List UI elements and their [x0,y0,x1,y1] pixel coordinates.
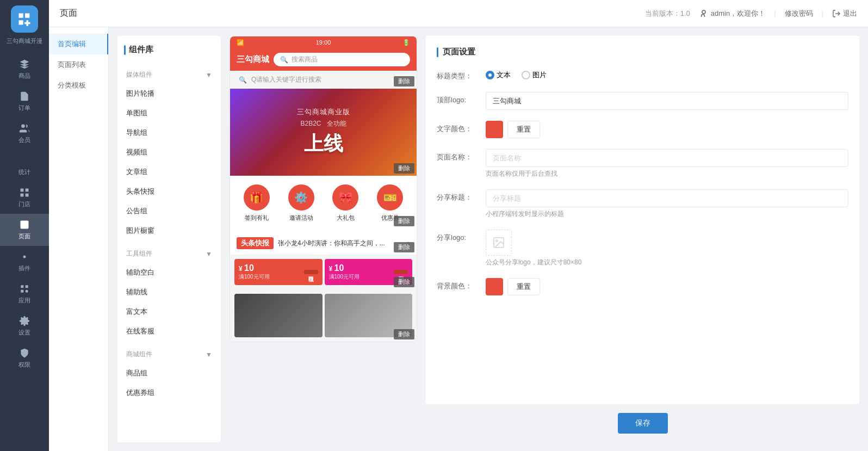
product-section: 删除 [230,289,417,342]
phone-search-bar[interactable]: 🔍 搜索商品 [274,53,410,66]
product-img-0 [234,294,323,337]
coupon-delete-button[interactable]: 删除 [394,277,414,287]
tool-group-header[interactable]: 工具组件 ▼ [117,245,221,263]
icon-label-1: 邀请活动 [289,214,313,222]
component-spacer[interactable]: 辅助空白 [117,263,221,282]
phone-wrapper: 📶 19:00 🔋 三勾商城 🔍 搜索商品 [230,36,417,342]
radio-text-option[interactable]: 文本 [486,70,511,80]
sidebar-item-settings-label: 设置 [18,329,30,337]
coupon-0-btn[interactable]: 立即领取 [304,270,318,274]
file-icon [19,91,30,102]
logout-label: 退出 [843,9,857,18]
media-group-header[interactable]: 媒体组件 ▼ [117,66,221,84]
logout-button[interactable]: 退出 [832,9,857,18]
icon-label-0: 签到有礼 [245,214,269,222]
grid-icon [19,187,30,198]
topbar: 页面 当前版本：1.0 admin，欢迎你！ | 修改密码 | 退出 [49,0,868,27]
coupon-1-desc: 满100元可用 [329,273,360,281]
component-rich-text[interactable]: 富文本 [117,302,221,322]
svg-point-19 [496,240,498,242]
main-area: 页面 当前版本：1.0 admin，欢迎你！ | 修改密码 | 退出 首页编辑 … [49,0,868,451]
share-title-hint: 小程序端转发时显示的标题 [486,209,848,219]
share-title-input[interactable] [486,189,848,207]
sub-sidebar-item-home-edit[interactable]: 首页编辑 [49,34,108,54]
news-delete-button[interactable]: 删除 [394,242,414,252]
sidebar-item-orders[interactable]: 订单 [0,85,49,118]
component-customer-service[interactable]: 在线客服 [117,322,221,341]
sidebar-item-plugins[interactable]: 插件 [0,246,49,278]
icon-circle-3: 🎫 [377,184,403,211]
component-divider[interactable]: 辅助线 [117,282,221,302]
sidebar-item-settings[interactable]: 设置 [0,310,49,342]
sidebar-item-members[interactable]: 会员 [0,118,49,150]
sub-sidebar-item-category-template[interactable]: 分类模板 [49,75,108,96]
page-name-hint: 页面名称仅用于后台查找 [486,169,848,178]
text-color-row: 文字颜色： 重置 [437,121,848,138]
plugin-icon [19,251,30,262]
share-title-row: 分享标题： 小程序端转发时显示的标题 [437,189,848,219]
sub-sidebar-item-page-list[interactable]: 页面列表 [49,54,108,75]
bg-color-row: 背景颜色： 重置 [437,278,848,295]
bg-color-swatch[interactable] [486,278,503,295]
banner-section: 三勾商城商业版 B2B2C 全功能 上线 删除 [230,89,417,176]
component-headline[interactable]: 头条快报 [117,182,221,201]
component-video[interactable]: 视频组 [117,143,221,162]
component-nav[interactable]: 导航组 [117,123,221,143]
search-delete-button[interactable]: 删除 [394,76,414,87]
svg-point-2 [21,125,25,128]
sidebar-brand: 三勾商城开漫 [7,37,42,45]
sidebar-item-goods[interactable]: 商品 [0,53,49,85]
phone-search-placeholder: 搜索商品 [292,55,318,64]
coupon-1-amount: ¥ 10 [329,263,360,273]
coupon-1-info: ¥ 10 满100元可用 [329,263,360,281]
component-coupon-group[interactable]: 优惠券组 [117,383,221,403]
text-color-content: 重置 [486,121,848,138]
shop-group-header[interactable]: 商城组件 ▼ [117,345,221,363]
settings-title-row: 页面设置 [437,47,848,57]
banner-delete-button[interactable]: 删除 [394,163,414,174]
svg-rect-7 [21,189,24,192]
component-image-grid[interactable]: 图片橱窗 [117,221,221,240]
logo-row: 顶部logo: [437,92,848,110]
product-list [230,289,417,342]
sidebar-item-stats[interactable]: 统计 [0,150,49,182]
share-logo-placeholder[interactable] [486,230,512,256]
component-lib-title: 组件库 [129,45,153,55]
page-name-input[interactable] [486,149,848,167]
logo-icon [17,11,32,27]
banner-text: 三勾商城商业版 B2B2C 全功能 上线 [297,107,350,157]
sidebar-item-stats-label: 统计 [18,168,30,176]
topbar-version: 当前版本：1.0 [645,9,690,18]
logo-label: 顶部logo: [437,92,486,105]
bg-color-content: 重置 [486,278,848,295]
radio-image-option[interactable]: 图片 [522,70,547,80]
sidebar-item-store[interactable]: 门店 [0,182,49,214]
icon-circle-2: 🎀 [332,184,358,211]
barchart-icon [19,155,30,166]
text-color-swatch[interactable] [486,121,503,138]
coupon-1-btn[interactable]: 立即领取 [394,270,408,274]
component-product-group[interactable]: 商品组 [117,363,221,383]
change-password-link[interactable]: 修改密码 [785,9,813,18]
component-notice[interactable]: 公告组 [117,201,221,221]
product-0 [234,294,323,337]
component-image-slider[interactable]: 图片轮播 [117,84,221,103]
product-delete-button[interactable]: 删除 [394,329,414,339]
icon-circle-1: ⚙️ [288,184,314,211]
logo-input[interactable] [486,92,848,110]
component-article[interactable]: 文章组 [117,162,221,182]
sidebar-item-pages[interactable]: 页面 [0,214,49,246]
icons-delete-button[interactable]: 删除 [394,216,414,226]
bg-color-reset-btn[interactable]: 重置 [507,278,540,295]
sidebar-item-apps[interactable]: 应用 [0,278,49,310]
save-button[interactable]: 保存 [618,413,668,434]
component-single-image[interactable]: 单图组 [117,103,221,123]
phone-preview: 📶 19:00 🔋 三勾商城 🔍 搜索商品 [230,36,417,442]
component-library: 组件库 媒体组件 ▼ 图片轮播 单图组 导航组 视频组 文章组 头条快报 公告组… [117,36,221,442]
coupon-0-amount: ¥ 10 [239,263,270,273]
text-color-reset-btn[interactable]: 重置 [507,121,540,138]
phone-header: 三勾商城 🔍 搜索商品 [230,48,417,71]
sidebar-item-permissions[interactable]: 权限 [0,342,49,374]
panel-area: 组件库 媒体组件 ▼ 图片轮播 单图组 导航组 视频组 文章组 头条快报 公告组… [109,27,868,451]
icon-circle-0: 🎁 [244,184,270,211]
